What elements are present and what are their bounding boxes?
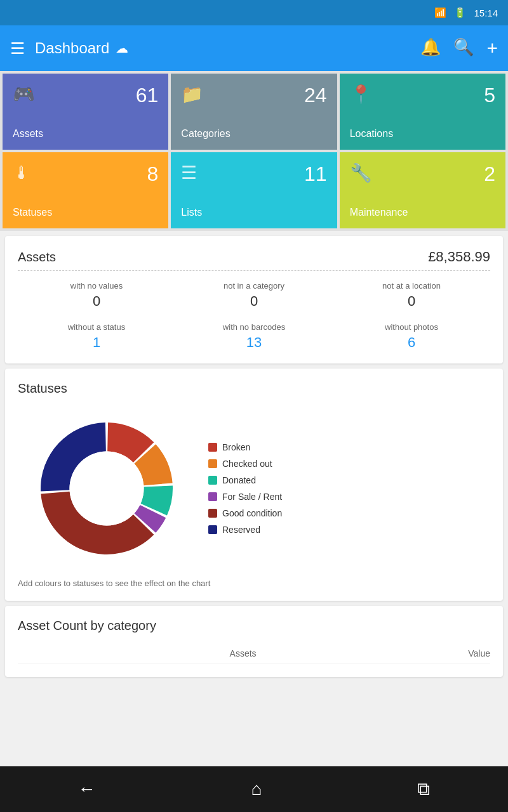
- table-header: Assets Value: [18, 643, 490, 664]
- legend-label: For Sale / Rent: [222, 492, 282, 502]
- legend-label: Checked out: [222, 459, 272, 469]
- stat-label: without a status: [68, 322, 125, 332]
- stat-label: not at a location: [382, 281, 441, 291]
- chart-area: Broken Checked out Donated For Sale / Re…: [18, 406, 490, 571]
- legend-dot: [208, 443, 217, 452]
- donut-svg: [18, 406, 196, 571]
- bottom-nav: ← ⌂ ⧉: [0, 766, 508, 812]
- col-value: Value: [468, 648, 490, 658]
- asset-count-card: Asset Count by category Assets Value: [5, 606, 503, 677]
- stat-item: not in a category 0: [175, 281, 333, 310]
- stat-value: 1: [93, 334, 100, 351]
- statuses-count: 8: [147, 162, 159, 186]
- locations-count: 5: [484, 84, 495, 107]
- assets-label: Assets: [13, 128, 158, 140]
- categories-count: 24: [304, 84, 327, 107]
- app-title: Dashboard ☁: [35, 39, 410, 57]
- legend-item: For Sale / Rent: [208, 492, 282, 502]
- legend-dot: [208, 492, 217, 501]
- statuses-label: Statuses: [13, 207, 158, 218]
- stat-value: 13: [246, 334, 262, 351]
- legend-label: Donated: [222, 475, 256, 485]
- home-button[interactable]: ⌂: [251, 779, 262, 799]
- donut-chart: [18, 406, 196, 571]
- maintenance-icon: 🔧: [350, 162, 372, 183]
- stat-item: with no barcodes 13: [175, 322, 333, 351]
- locations-label: Locations: [350, 128, 495, 140]
- tile-categories[interactable]: 📁 24 Categories: [171, 74, 337, 150]
- locations-icon: 📍: [350, 84, 372, 105]
- title-text: Dashboard: [35, 39, 109, 57]
- legend-label: Good condition: [222, 508, 282, 518]
- asset-count-title: Asset Count by category: [18, 619, 490, 633]
- stat-value: 6: [408, 334, 415, 351]
- lists-label: Lists: [181, 207, 326, 218]
- legend-label: Reserved: [222, 525, 260, 535]
- legend-dot: [208, 459, 217, 468]
- stat-item: with no values 0: [18, 281, 175, 310]
- statuses-title: Statuses: [18, 381, 490, 396]
- legend-item: Checked out: [208, 459, 282, 469]
- assets-card: Assets £8,358.99 with no values 0 not in…: [5, 236, 503, 363]
- assets-stats-grid: with no values 0 not in a category 0 not…: [18, 281, 490, 351]
- stat-value: 0: [93, 293, 100, 310]
- wifi-icon: 📶: [434, 7, 446, 18]
- cloud-icon: ☁: [116, 41, 128, 56]
- stat-item: not at a location 0: [333, 281, 490, 310]
- categories-icon: 📁: [181, 84, 203, 105]
- stat-value: 0: [250, 293, 258, 310]
- chart-legend: Broken Checked out Donated For Sale / Re…: [208, 442, 282, 535]
- search-icon[interactable]: 🔍: [453, 37, 474, 59]
- lists-count: 11: [304, 162, 327, 186]
- stat-label: with no values: [70, 281, 123, 291]
- assets-card-title: Assets: [18, 250, 56, 265]
- recent-apps-button[interactable]: ⧉: [417, 779, 430, 800]
- menu-icon[interactable]: ☰: [10, 39, 25, 58]
- col-assets: Assets: [230, 648, 257, 658]
- assets-total-value: £8,358.99: [428, 249, 490, 265]
- maintenance-count: 2: [484, 162, 495, 186]
- stat-label: with no barcodes: [223, 322, 285, 332]
- donut-hole: [70, 452, 144, 526]
- legend-item: Good condition: [208, 508, 282, 518]
- tiles-grid: 🎮 61 Assets 📁 24 Categories 📍 5 Location…: [0, 71, 508, 231]
- legend-item: Reserved: [208, 525, 282, 535]
- chart-note: Add colours to statuses to see the effec…: [18, 579, 490, 588]
- legend-dot: [208, 509, 217, 518]
- top-bar: ☰ Dashboard ☁ 🔔 🔍 +: [0, 25, 508, 71]
- time-display: 15:14: [474, 8, 498, 18]
- maintenance-label: Maintenance: [350, 207, 495, 218]
- categories-label: Categories: [181, 128, 326, 140]
- statuses-icon: 🌡: [13, 162, 30, 183]
- tile-statuses[interactable]: 🌡 8 Statuses: [3, 152, 168, 228]
- stat-label: not in a category: [224, 281, 284, 291]
- notification-icon[interactable]: 🔔: [420, 37, 441, 59]
- stat-item: without a status 1: [18, 322, 175, 351]
- assets-icon: 🎮: [13, 84, 35, 105]
- statuses-card: Statuses Broken Checked out Donated For …: [5, 369, 503, 601]
- tile-lists[interactable]: ☰ 11 Lists: [171, 152, 337, 228]
- tile-locations[interactable]: 📍 5 Locations: [340, 74, 505, 150]
- legend-item: Broken: [208, 442, 282, 452]
- legend-dot: [208, 525, 217, 534]
- battery-icon: 🔋: [454, 7, 466, 18]
- stat-value: 0: [408, 293, 415, 310]
- stat-label: without photos: [385, 322, 438, 332]
- lists-icon: ☰: [181, 162, 197, 183]
- assets-count: 61: [136, 84, 159, 107]
- status-bar: 📶 🔋 15:14: [0, 0, 508, 25]
- legend-dot: [208, 476, 217, 485]
- back-button[interactable]: ←: [78, 779, 96, 799]
- legend-label: Broken: [222, 442, 250, 452]
- tile-assets[interactable]: 🎮 61 Assets: [3, 74, 168, 150]
- tile-maintenance[interactable]: 🔧 2 Maintenance: [340, 152, 505, 228]
- add-icon[interactable]: +: [486, 37, 498, 59]
- stat-item: without photos 6: [333, 322, 490, 351]
- legend-item: Donated: [208, 475, 282, 485]
